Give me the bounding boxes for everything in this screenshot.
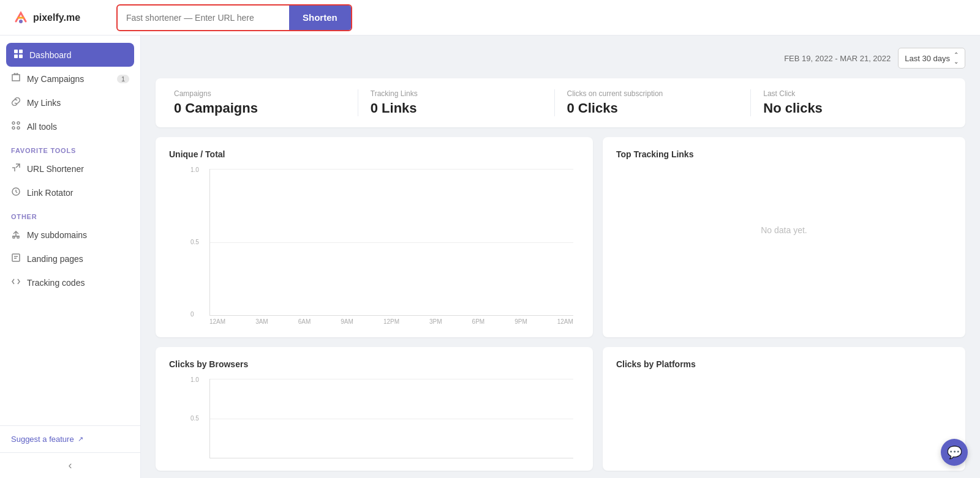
chevron-icon: ⌃⌄ xyxy=(954,51,959,65)
unique-total-chart: Unique / Total 1.0 0.5 0 12AM 3AM 6AM 9A… xyxy=(156,137,593,337)
grid-line-top xyxy=(210,169,573,170)
browsers-grid-line-top xyxy=(210,379,573,379)
grid-line-mid xyxy=(210,242,573,243)
date-dropdown-label: Last 30 days xyxy=(905,54,950,63)
x-label-6pm: 6PM xyxy=(472,318,485,325)
unique-total-chart-area: 1.0 0.5 0 xyxy=(209,169,573,316)
sidebar-item-url-shortener[interactable]: URL Shortener xyxy=(0,157,140,181)
clicks-browsers-title: Clicks by Browsers xyxy=(169,359,579,369)
date-dropdown[interactable]: Last 30 days ⌃⌄ xyxy=(898,48,965,69)
date-filter-row: FEB 19, 2022 - MAR 21, 2022 Last 30 days… xyxy=(156,48,965,69)
sidebar-landing-pages-label: Landing pages xyxy=(27,254,83,264)
sidebar-dashboard-label: Dashboard xyxy=(29,50,72,60)
x-labels: 12AM 3AM 6AM 9AM 12PM 3PM 6PM 9PM 12AM xyxy=(209,318,573,325)
sidebar-item-campaigns[interactable]: My Campaigns 1 xyxy=(0,67,140,91)
suggest-feature-label: Suggest a feature xyxy=(11,435,74,444)
dashboard-icon xyxy=(13,49,23,61)
sidebar-subdomains-label: My subdomains xyxy=(27,230,87,240)
stats-row: Campaigns 0 Campaigns Tracking Links 0 L… xyxy=(156,78,965,127)
alltools-icon xyxy=(11,121,21,132)
y-label-05: 0.5 xyxy=(190,239,199,245)
sidebar-links-label: My Links xyxy=(27,98,61,108)
y-label-0: 0 xyxy=(190,311,194,318)
svg-point-6 xyxy=(17,122,20,124)
clicks-platforms-chart: Clicks by Platforms xyxy=(603,347,965,471)
svg-rect-3 xyxy=(14,54,18,58)
sidebar-link-rotator-label: Link Rotator xyxy=(27,188,73,198)
clicks-browsers-chart-area: 1.0 0.5 xyxy=(209,379,573,458)
landing-pages-icon xyxy=(11,253,21,264)
sidebar: Dashboard My Campaigns 1 My Links xyxy=(0,35,141,478)
sidebar-bottom: Suggest a feature ↗ xyxy=(0,425,140,452)
clicks-platforms-title: Clicks by Platforms xyxy=(616,359,952,369)
url-shortener-icon xyxy=(11,163,21,174)
sidebar-item-subdomains[interactable]: My subdomains xyxy=(0,223,140,247)
x-label-6am: 6AM xyxy=(298,318,311,325)
topbar: pixelfy.me Shorten xyxy=(0,0,980,35)
tracking-codes-icon xyxy=(11,277,21,288)
sidebar-item-tracking-codes[interactable]: Tracking codes xyxy=(0,271,140,294)
other-label: OTHER xyxy=(0,204,140,223)
y-label-10: 1.0 xyxy=(190,166,199,173)
url-input[interactable] xyxy=(118,8,289,28)
links-icon xyxy=(11,97,21,108)
suggest-feature-link[interactable]: Suggest a feature ↗ xyxy=(11,435,129,444)
svg-point-5 xyxy=(12,122,15,124)
x-label-3pm: 3PM xyxy=(429,318,442,325)
svg-rect-10 xyxy=(17,236,19,238)
chat-bubble[interactable]: 💬 xyxy=(941,439,968,466)
stat-card-links: Tracking Links 0 Links xyxy=(358,89,555,116)
browsers-y-label-10: 1.0 xyxy=(190,376,199,383)
link-rotator-icon xyxy=(11,187,21,198)
logo-icon xyxy=(12,9,29,26)
svg-point-8 xyxy=(17,127,20,129)
sidebar-tracking-codes-label: Tracking codes xyxy=(27,278,85,288)
main-layout: Dashboard My Campaigns 1 My Links xyxy=(0,35,980,478)
top-tracking-chart: Top Tracking Links No data yet. xyxy=(603,137,965,337)
stat-label-clicks: Clicks on current subscription xyxy=(567,89,739,98)
x-label-12am: 12AM xyxy=(209,318,225,325)
svg-point-7 xyxy=(12,127,15,129)
favorite-tools-label: FAVORITE TOOLS xyxy=(0,138,140,157)
sidebar-item-landing-pages[interactable]: Landing pages xyxy=(0,247,140,271)
stat-value-last-click: No clicks xyxy=(763,100,935,116)
stat-label-last-click: Last Click xyxy=(763,89,935,98)
external-link-icon: ↗ xyxy=(78,435,83,443)
campaigns-badge: 1 xyxy=(117,75,129,83)
sidebar-item-dashboard[interactable]: Dashboard xyxy=(6,43,134,67)
x-label-3am: 3AM xyxy=(255,318,268,325)
sidebar-collapse-button[interactable]: ‹ xyxy=(0,452,140,478)
top-tracking-title: Top Tracking Links xyxy=(616,149,952,159)
top-tracking-no-data: No data yet. xyxy=(616,169,952,291)
stat-label-campaigns: Campaigns xyxy=(174,89,345,98)
stat-card-last-click: Last Click No clicks xyxy=(751,89,947,116)
browsers-grid-line-mid xyxy=(210,419,573,419)
stat-card-clicks: Clicks on current subscription 0 Clicks xyxy=(555,89,752,116)
sidebar-campaigns-label: My Campaigns xyxy=(27,74,84,84)
svg-rect-11 xyxy=(12,254,20,261)
svg-rect-4 xyxy=(19,54,23,58)
sidebar-nav: Dashboard My Campaigns 1 My Links xyxy=(0,35,140,425)
sidebar-url-shortener-label: URL Shortener xyxy=(27,164,84,174)
subdomains-icon xyxy=(11,229,21,241)
svg-point-0 xyxy=(19,20,23,23)
charts-bottom-row: Clicks by Browsers 1.0 0.5 Clicks by Pla… xyxy=(156,347,965,471)
charts-top-row: Unique / Total 1.0 0.5 0 12AM 3AM 6AM 9A… xyxy=(156,137,965,337)
stat-value-clicks: 0 Clicks xyxy=(567,100,739,116)
stat-value-links: 0 Links xyxy=(371,100,542,116)
svg-rect-1 xyxy=(14,50,18,53)
stat-value-campaigns: 0 Campaigns xyxy=(174,100,345,116)
logo: pixelfy.me xyxy=(12,9,104,26)
collapse-icon: ‹ xyxy=(69,459,72,472)
x-label-12pm: 12PM xyxy=(383,318,399,325)
sidebar-alltools-label: All tools xyxy=(27,122,57,132)
x-label-12am2: 12AM xyxy=(557,318,573,325)
x-label-9am: 9AM xyxy=(341,318,353,325)
browsers-y-label-05: 0.5 xyxy=(190,415,199,422)
sidebar-item-link-rotator[interactable]: Link Rotator xyxy=(0,181,140,204)
sidebar-item-alltools[interactable]: All tools xyxy=(0,114,140,138)
brand-name: pixelfy.me xyxy=(33,12,80,23)
main-content: FEB 19, 2022 - MAR 21, 2022 Last 30 days… xyxy=(141,35,980,478)
sidebar-item-links[interactable]: My Links xyxy=(0,91,140,114)
shorten-button[interactable]: Shorten xyxy=(289,6,351,30)
